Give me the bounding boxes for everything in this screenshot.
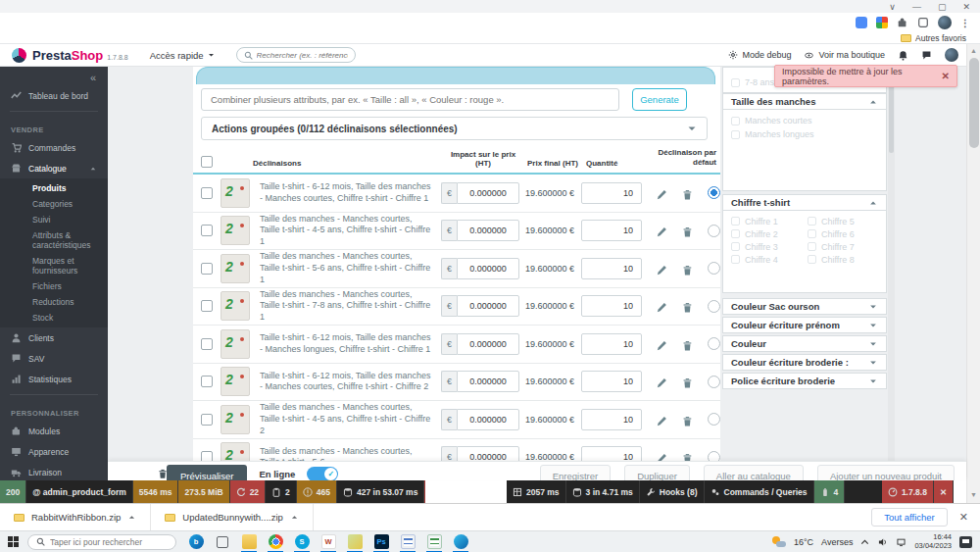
attribute-group-police-criture-broderie[interactable]: Police écriture broderie — [722, 373, 887, 389]
delete-product-button[interactable] — [157, 466, 169, 480]
attribute-option[interactable]: Chiffre 5 — [800, 215, 876, 227]
other-bookmarks-label[interactable]: Autres favoris — [915, 33, 966, 43]
impact-price-input[interactable] — [457, 182, 519, 204]
browser-scrollbar[interactable]: ▲ ▼ — [966, 44, 980, 503]
online-toggle[interactable]: ✓ — [307, 467, 338, 480]
sidebar-item-livraison[interactable]: Livraison — [0, 462, 108, 480]
quantity-input[interactable] — [581, 333, 642, 355]
edit-combination-button[interactable] — [656, 299, 667, 314]
select-all-checkbox[interactable] — [201, 156, 213, 168]
weather-text[interactable]: Averses — [821, 537, 853, 547]
taskbar-app-photoshop[interactable]: Ps — [370, 531, 392, 552]
extension-grid-icon[interactable] — [876, 17, 888, 28]
attribute-group-taille-des-manches[interactable]: Taille des manches — [722, 93, 887, 110]
option-checkbox[interactable] — [731, 78, 740, 87]
admin-search[interactable] — [236, 47, 356, 63]
attribute-group-couleur-sac-ourson[interactable]: Couleur Sac ourson — [722, 298, 887, 315]
row-checkbox[interactable] — [201, 187, 213, 199]
close-button[interactable]: ✕ — [962, 2, 970, 12]
sidebar-subitem-produits[interactable]: Produits — [0, 180, 108, 196]
taskbar-app-excel[interactable] — [423, 531, 445, 552]
bulk-actions-dropdown[interactable]: Actions groupées (0/112 déclinaisons sél… — [201, 117, 708, 140]
taskbar-app-file-explorer[interactable] — [238, 531, 260, 552]
network-icon[interactable] — [896, 537, 906, 547]
impact-price-input[interactable] — [457, 333, 519, 355]
option-checkbox[interactable] — [731, 229, 740, 238]
delete-combination-button[interactable] — [681, 299, 693, 314]
delete-combination-button[interactable] — [681, 185, 693, 200]
row-checkbox[interactable] — [201, 225, 213, 236]
row-checkbox[interactable] — [201, 263, 213, 275]
default-combination-radio[interactable] — [708, 300, 720, 313]
maximize-button[interactable]: ▢ — [938, 2, 947, 12]
volume-icon[interactable] — [877, 537, 888, 547]
sidebar-subitem-stock[interactable]: Stock — [0, 310, 108, 326]
row-checkbox[interactable] — [201, 376, 213, 387]
sidebar-subitem-attributs-caract-ristiques[interactable]: Attributs & caractéristiques — [0, 227, 108, 253]
taskbar-app-skype[interactable]: S — [291, 531, 313, 552]
debug-close-button[interactable]: ✕ — [934, 480, 954, 503]
debug-db-time[interactable]: 3 in 4.71 ms — [566, 480, 640, 503]
page-scrollbar[interactable] — [888, 67, 895, 480]
download-item[interactable]: RabbitWithRibbon.zip — [0, 504, 151, 530]
sidebar-subitem-marques-et-fournisseurs[interactable]: Marques et fournisseurs — [0, 253, 108, 278]
default-combination-radio[interactable] — [708, 376, 720, 388]
browser-avatar[interactable] — [938, 16, 952, 29]
delete-combination-button[interactable] — [681, 336, 693, 351]
bell-icon[interactable] — [898, 50, 908, 61]
taskbar-clock[interactable]: 16:4403/04/2023 — [914, 533, 952, 550]
quantity-input[interactable] — [581, 220, 642, 241]
chat-icon[interactable] — [921, 50, 932, 61]
sidebar-subitem-categories[interactable]: Categories — [0, 196, 108, 212]
debug-cache[interactable]: 4 — [814, 480, 846, 503]
edit-combination-button[interactable] — [656, 375, 667, 389]
extensions-puzzle-icon[interactable] — [897, 17, 908, 28]
option-checkbox[interactable] — [808, 217, 816, 226]
taskbar-search-input[interactable] — [50, 537, 168, 547]
sidebar-item-commandes[interactable]: Commandes — [0, 137, 108, 158]
profile-icon[interactable] — [917, 17, 929, 28]
impact-price-input[interactable] — [457, 258, 519, 279]
row-checkbox[interactable] — [201, 414, 213, 426]
sidebar-subitem-fichiers[interactable]: Fichiers — [0, 278, 108, 294]
show-all-downloads-button[interactable]: Tout afficher — [871, 508, 948, 527]
sidebar-item-statistiques[interactable]: Statistiques — [0, 369, 108, 389]
impact-price-input[interactable] — [457, 371, 519, 392]
sidebar-item-apparence[interactable]: Apparence — [0, 441, 108, 462]
sidebar-item-sav[interactable]: SAV — [0, 348, 108, 369]
taskbar-app-bing[interactable]: b — [185, 531, 207, 552]
debug-hooks[interactable]: Hooks (8) — [640, 480, 705, 503]
quantity-input[interactable] — [581, 295, 642, 317]
browser-menu-icon[interactable]: ⋮ — [960, 18, 970, 28]
option-checkbox[interactable] — [731, 242, 740, 251]
add-new-product-button[interactable]: Ajouter un nouveau produit — [817, 465, 955, 480]
quantity-input[interactable] — [581, 409, 642, 430]
row-checkbox[interactable] — [201, 338, 213, 350]
scroll-up-arrow[interactable]: ▲ — [970, 47, 977, 54]
download-item[interactable]: UpdatedBunnywith....zip — [151, 504, 313, 530]
delete-combination-button[interactable] — [681, 224, 693, 238]
attribute-option[interactable]: Chiffre 3 — [723, 240, 800, 253]
quantity-input[interactable] — [581, 182, 642, 204]
admin-search-input[interactable] — [257, 51, 348, 60]
debug-memory[interactable]: 273.5 MiB — [178, 480, 229, 503]
edit-combination-button[interactable] — [656, 261, 667, 276]
combine-attributes-input[interactable] — [201, 88, 619, 111]
debug-request-time[interactable]: 5546 ms — [133, 480, 179, 503]
start-button[interactable] — [8, 536, 19, 547]
impact-price-input[interactable] — [457, 295, 519, 317]
debug-ajax-count[interactable]: 22 — [230, 480, 266, 503]
debug-status-code[interactable]: 200 — [0, 480, 26, 503]
option-checkbox[interactable] — [808, 242, 816, 251]
default-combination-radio[interactable] — [708, 225, 720, 237]
edit-combination-button[interactable] — [656, 336, 667, 351]
delete-combination-button[interactable] — [681, 375, 693, 389]
sidebar-item-catalogue[interactable]: Catalogue — [0, 158, 108, 178]
go-to-catalog-button[interactable]: Aller au catalogue — [704, 465, 804, 480]
sidebar-collapse-button[interactable]: « — [0, 67, 108, 85]
sidebar-item-modules[interactable]: Modules — [0, 421, 108, 441]
attribute-option[interactable]: Chiffre 4 — [723, 253, 800, 266]
sidebar-subitem-reductions[interactable]: Reductions — [0, 294, 108, 310]
taskbar-app-wordpress[interactable]: W — [318, 531, 339, 552]
extension-icon[interactable] — [856, 17, 867, 28]
